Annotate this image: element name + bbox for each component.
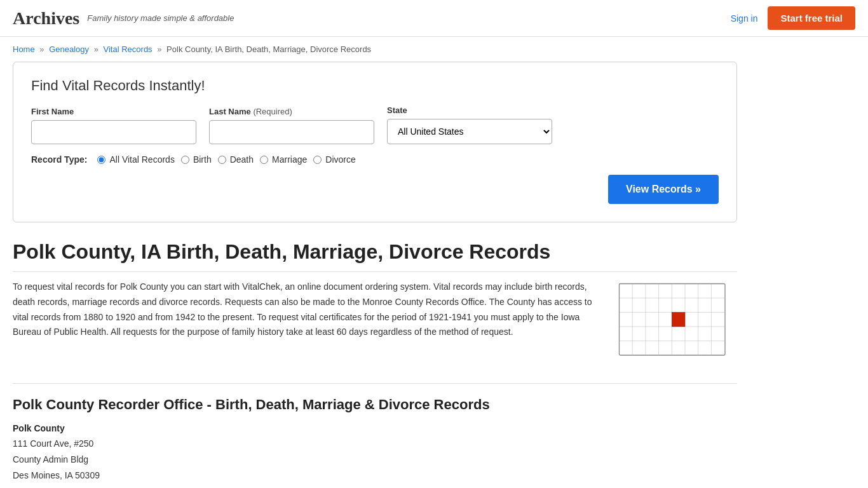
address-line3: Des Moines, IA 50309 (13, 468, 737, 484)
office-name: Polk County (13, 423, 737, 433)
recorder-section: Polk County Recorder Office - Birth, Dea… (13, 383, 737, 488)
page-title: Polk County, IA Birth, Death, Marriage, … (13, 240, 737, 272)
breadcrumb-sep-1: » (39, 44, 44, 54)
address-line2: County Admin Bldg (13, 452, 737, 468)
record-type-label: Record Type: (31, 154, 87, 165)
last-name-input[interactable] (209, 120, 374, 144)
radio-marriage-input[interactable] (260, 156, 268, 164)
breadcrumb-vital-records[interactable]: Vital Records (104, 44, 153, 54)
breadcrumb: Home » Genealogy » Vital Records » Polk … (0, 37, 868, 62)
search-box: Find Vital Records Instantly! First Name… (13, 62, 737, 222)
header-left: Archives Family history made simple & af… (13, 8, 234, 29)
last-name-group: Last Name (Required) (209, 107, 374, 144)
radio-all-vital-records[interactable]: All Vital Records (97, 154, 174, 165)
recorder-section-title: Polk County Recorder Office - Birth, Dea… (13, 383, 737, 413)
header: Archives Family history made simple & af… (0, 0, 868, 37)
radio-birth-input[interactable] (181, 156, 189, 164)
first-name-label: First Name (31, 107, 196, 116)
svg-rect-12 (672, 313, 685, 327)
iowa-map (616, 280, 731, 362)
state-select[interactable]: All United States Alabama Alaska Arizona… (387, 119, 552, 144)
required-indicator: (Required) (253, 107, 292, 116)
breadcrumb-sep-3: » (157, 44, 161, 54)
logo: Archives (13, 8, 79, 29)
start-trial-button[interactable]: Start free trial (768, 6, 855, 30)
radio-death-input[interactable] (218, 156, 226, 164)
radio-death[interactable]: Death (218, 154, 254, 165)
main-content: Find Vital Records Instantly! First Name… (0, 62, 750, 488)
hours-row: Hours of Operation: 7:30AM-5:00PM CST (13, 484, 737, 488)
radio-birth-label: Birth (193, 154, 212, 165)
state-group: State All United States Alabama Alaska A… (387, 105, 552, 144)
sign-in-link[interactable]: Sign in (731, 13, 758, 24)
logo-tagline: Family history made simple & affordable (87, 13, 234, 23)
radio-divorce[interactable]: Divorce (313, 154, 355, 165)
first-name-group: First Name (31, 107, 196, 144)
radio-marriage[interactable]: Marriage (260, 154, 307, 165)
breadcrumb-sep-2: » (94, 44, 98, 54)
breadcrumb-current: Polk County, IA Birth, Death, Marriage, … (166, 44, 371, 54)
breadcrumb-home[interactable]: Home (13, 44, 35, 54)
content-section: To request vital records for Polk County… (13, 280, 737, 364)
state-label: State (387, 105, 552, 115)
search-actions: View Records » (31, 175, 719, 204)
radio-divorce-input[interactable] (313, 156, 322, 164)
breadcrumb-genealogy[interactable]: Genealogy (49, 44, 89, 54)
first-name-input[interactable] (31, 120, 196, 144)
radio-birth[interactable]: Birth (181, 154, 212, 165)
office-details: 111 Court Ave, #250 County Admin Bldg De… (13, 436, 737, 488)
header-right: Sign in Start free trial (731, 6, 855, 30)
view-records-button[interactable]: View Records » (608, 175, 719, 204)
radio-death-label: Death (230, 154, 254, 165)
radio-all-label: All Vital Records (109, 154, 174, 165)
content-description: To request vital records for Polk County… (13, 280, 597, 364)
address-line1: 111 Court Ave, #250 (13, 436, 737, 452)
radio-all-input[interactable] (97, 156, 105, 164)
radio-marriage-label: Marriage (272, 154, 307, 165)
search-fields-row: First Name Last Name (Required) State Al… (31, 105, 719, 144)
radio-divorce-label: Divorce (325, 154, 355, 165)
map-container (616, 280, 737, 364)
search-title: Find Vital Records Instantly! (31, 78, 719, 94)
record-type-row: Record Type: All Vital Records Birth Dea… (31, 154, 719, 165)
last-name-label: Last Name (Required) (209, 107, 374, 116)
